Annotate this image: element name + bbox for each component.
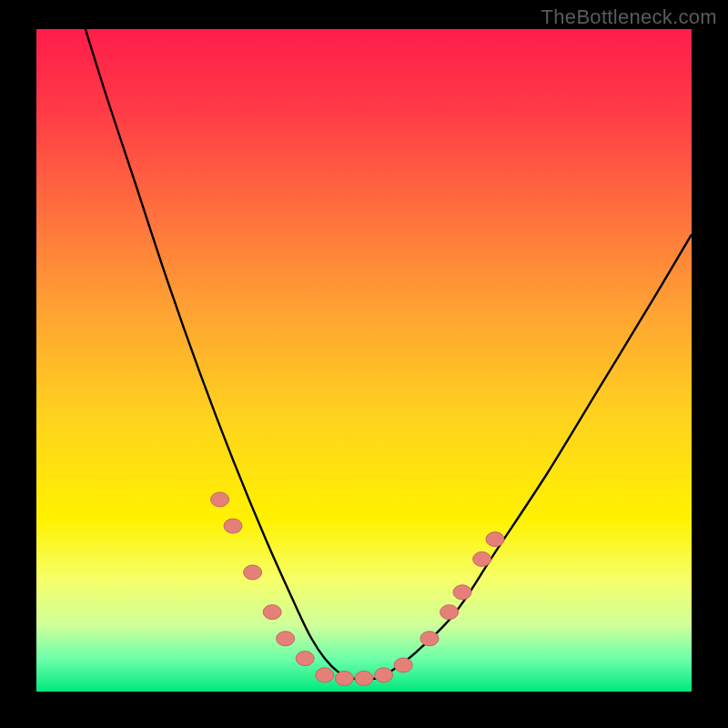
data-marker <box>355 671 373 685</box>
curve-svg <box>36 29 692 692</box>
data-marker <box>263 605 281 620</box>
data-marker <box>296 652 314 666</box>
data-marker <box>211 492 229 507</box>
data-marker <box>375 668 393 682</box>
data-marker <box>244 565 262 580</box>
marker-group <box>211 492 504 686</box>
watermark-label: TheBottleneck.com <box>541 5 717 29</box>
bottleneck-curve <box>69 0 692 679</box>
data-marker <box>316 668 334 682</box>
data-marker <box>277 632 295 646</box>
data-marker <box>473 551 491 566</box>
data-marker <box>394 658 412 672</box>
data-marker <box>224 519 242 533</box>
chart-frame: TheBottleneck.com <box>0 0 728 728</box>
data-marker <box>335 671 353 685</box>
data-marker <box>440 605 459 620</box>
data-marker <box>486 532 504 547</box>
plot-area <box>36 29 692 692</box>
data-marker <box>453 585 471 600</box>
data-marker <box>420 632 439 646</box>
